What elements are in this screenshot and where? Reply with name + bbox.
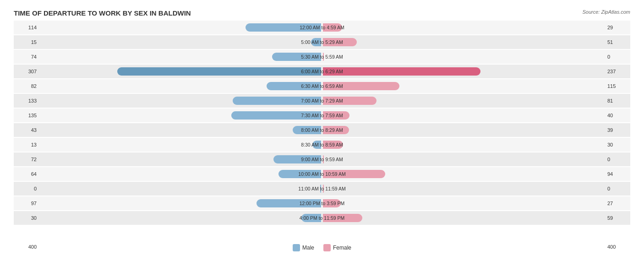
time-label: 6:30 AM to 6:59 AM (301, 83, 343, 89)
female-value: 115 (605, 83, 630, 89)
legend-female-label: Female (333, 245, 351, 251)
chart-row: 138:30 AM to 8:59 AM30 (14, 138, 630, 152)
male-value: 13 (14, 142, 39, 147)
female-value: 0 (605, 186, 630, 191)
time-label: 9:00 AM to 9:59 AM (301, 157, 343, 162)
male-value: 133 (14, 98, 39, 103)
male-value: 74 (14, 54, 39, 60)
chart-row: 745:30 AM to 5:59 AM0 (14, 50, 630, 64)
male-value: 30 (14, 215, 39, 221)
time-label: 12:00 AM to 4:59 AM (300, 25, 344, 30)
bars-area: 12:00 AM to 4:59 AM (39, 21, 605, 34)
legend: Male Female (293, 244, 351, 251)
axis-row: 400 Male Female 400 (14, 242, 630, 251)
male-value: 43 (14, 127, 39, 133)
bars-area: 8:30 AM to 8:59 AM (39, 138, 605, 151)
time-label: 7:00 AM to 7:29 AM (301, 98, 343, 103)
chart-row: 1337:00 AM to 7:29 AM81 (14, 94, 630, 108)
time-label: 8:30 AM to 8:59 AM (301, 142, 343, 147)
legend-male-label: Male (302, 245, 314, 251)
bars-area: 9:00 AM to 9:59 AM (39, 153, 605, 166)
bars-area: 5:00 AM to 5:29 AM (39, 36, 605, 49)
legend-male: Male (293, 244, 314, 251)
chart-row: 1357:30 AM to 7:59 AM40 (14, 109, 630, 122)
chart-row: 304:00 PM to 11:59 PM59 (14, 211, 630, 225)
chart-row: 826:30 AM to 6:59 AM115 (14, 79, 630, 93)
chart-row: 155:00 AM to 5:29 AM51 (14, 35, 630, 49)
female-value: 0 (605, 157, 630, 162)
chart-row: 3076:00 AM to 6:29 AM237 (14, 65, 630, 78)
legend-male-box (293, 244, 300, 251)
time-label: 4:00 PM to 11:59 PM (300, 215, 345, 221)
bars-area: 12:00 PM to 3:59 PM (39, 197, 605, 210)
bar-male (117, 67, 321, 76)
male-value: 64 (14, 171, 39, 177)
female-value: 237 (605, 69, 630, 74)
male-value: 82 (14, 83, 39, 89)
female-value: 39 (605, 127, 630, 133)
chart-row: 6410:00 AM to 10:59 AM94 (14, 167, 630, 181)
female-value: 30 (605, 142, 630, 147)
bars-area: 8:00 AM to 8:29 AM (39, 124, 605, 136)
female-value: 51 (605, 39, 630, 45)
female-value: 0 (605, 54, 630, 60)
male-value: 0 (14, 186, 39, 191)
male-value: 135 (14, 113, 39, 118)
male-value: 114 (14, 25, 39, 30)
female-value: 59 (605, 215, 630, 221)
axis-left-label: 400 (14, 244, 39, 250)
bars-area: 4:00 PM to 11:59 PM (39, 212, 605, 224)
chart-row: 11412:00 AM to 4:59 AM29 (14, 21, 630, 34)
time-label: 5:00 AM to 5:29 AM (301, 39, 343, 45)
legend-female: Female (323, 244, 351, 251)
bars-area: 11:00 AM to 11:59 AM (39, 182, 605, 195)
chart-row: 438:00 AM to 8:29 AM39 (14, 123, 630, 137)
legend-female-box (323, 244, 331, 251)
bars-area: 5:30 AM to 5:59 AM (39, 50, 605, 63)
male-value: 15 (14, 39, 39, 45)
female-value: 29 (605, 25, 630, 30)
chart-row: 011:00 AM to 11:59 AM0 (14, 182, 630, 196)
time-label: 5:30 AM to 5:59 AM (301, 54, 343, 60)
time-label: 8:00 AM to 8:29 AM (301, 127, 343, 133)
female-value: 81 (605, 98, 630, 103)
chart-area: 11412:00 AM to 4:59 AM29155:00 AM to 5:2… (14, 21, 630, 240)
chart-container: TIME OF DEPARTURE TO WORK BY SEX IN BALD… (0, 0, 644, 272)
source-text: Source: ZipAtlas.com (582, 9, 630, 15)
male-value: 72 (14, 157, 39, 162)
chart-title: TIME OF DEPARTURE TO WORK BY SEX IN BALD… (14, 9, 630, 17)
bars-area: 10:00 AM to 10:59 AM (39, 168, 605, 180)
male-value: 97 (14, 201, 39, 206)
axis-right-label: 400 (605, 244, 630, 250)
female-value: 94 (605, 171, 630, 177)
chart-row: 729:00 AM to 9:59 AM0 (14, 152, 630, 166)
bars-area: 6:00 AM to 6:29 AM (39, 65, 605, 78)
time-label: 12:00 PM to 3:59 PM (300, 201, 345, 206)
bars-area: 7:30 AM to 7:59 AM (39, 109, 605, 122)
male-value: 307 (14, 69, 39, 74)
time-label: 11:00 AM to 11:59 AM (298, 186, 345, 191)
bars-area: 7:00 AM to 7:29 AM (39, 94, 605, 107)
chart-row: 9712:00 PM to 3:59 PM27 (14, 196, 630, 210)
bars-area: 6:30 AM to 6:59 AM (39, 80, 605, 92)
female-value: 27 (605, 201, 630, 206)
axis-middle-spacer: Male Female (39, 242, 605, 251)
time-label: 10:00 AM to 10:59 AM (298, 171, 345, 177)
bar-female (323, 67, 480, 76)
time-label: 6:00 AM to 6:29 AM (301, 69, 343, 74)
time-label: 7:30 AM to 7:59 AM (301, 113, 343, 118)
female-value: 40 (605, 113, 630, 118)
